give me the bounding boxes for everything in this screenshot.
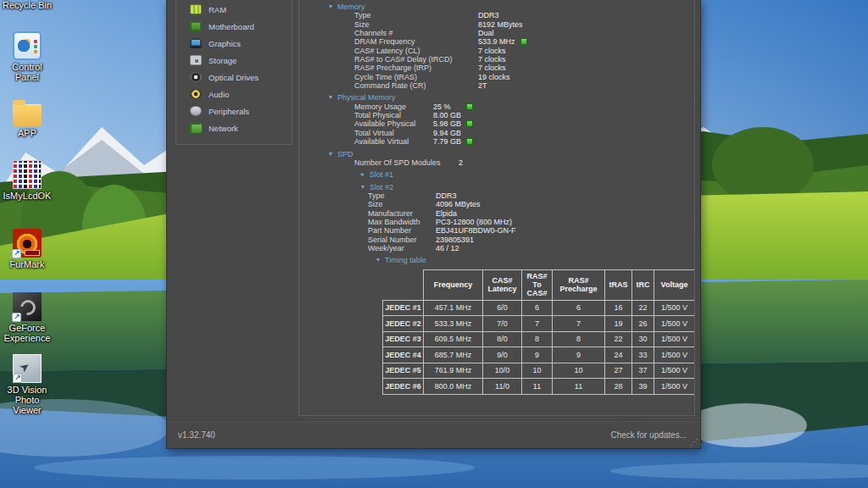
sidebar-item-storage[interactable]: Storage — [176, 52, 292, 69]
sidebar-item-label: Network — [209, 124, 238, 133]
property-label: Part Number — [368, 226, 411, 235]
timing-cell: 26 — [632, 316, 654, 332]
property-value: 4096 MBytes — [436, 200, 481, 208]
property-value: 239805391 — [436, 236, 474, 244]
sidebar-item-label: RAM — [209, 5, 226, 14]
status-led-icon — [520, 38, 527, 45]
property-label: Type — [354, 11, 371, 19]
geforce-icon: ↗ — [13, 292, 42, 321]
desktop: Recycle Bin Control Panel APP Is — [0, 0, 868, 488]
property-label: Type — [368, 191, 385, 200]
property-row: Type DDR3 — [299, 11, 694, 19]
timing-cell: 8/0 — [483, 331, 522, 347]
timing-cell: 1/500 V — [654, 363, 695, 379]
timing-table-header-cell: tRAS — [605, 269, 632, 300]
timing-cell: 8 — [553, 331, 605, 347]
sidebar-item-peripherals[interactable]: Peripherals — [176, 103, 292, 119]
property-label: Serial Number — [368, 236, 417, 244]
timing-table-row: JEDEC #6 800.0 MHz 11/0 11 11 28 39 1/50… — [383, 379, 695, 395]
timing-cell: 7 — [553, 316, 605, 332]
section-header-slot-2[interactable]: ▾ Slot #2 — [299, 183, 694, 191]
sidebar-item-label: Storage — [209, 56, 236, 65]
sidebar-item-label: Optical Drives — [209, 73, 259, 82]
sidebar-item-motherboard[interactable]: Motherboard — [176, 18, 292, 35]
timing-cell: 685.7 MHz — [424, 347, 483, 363]
timing-cell: 761.9 MHz — [424, 363, 483, 379]
property-row: Part Number EBJ41UF8BDW0-GN-F — [299, 226, 694, 235]
status-led-icon — [466, 120, 473, 127]
status-led-icon — [466, 138, 473, 145]
section-header-memory[interactable]: ▾ Memory — [299, 3, 694, 11]
property-value: DDR3 — [436, 191, 457, 200]
memory-section: Type DDR3 Size 8192 MBytes Channels # Du… — [299, 11, 694, 90]
property-value: Dual — [478, 29, 494, 37]
resize-grip-icon[interactable]: ⋰ — [690, 438, 698, 446]
property-row: CAS# Latency (CL) 7 clocks — [299, 47, 694, 55]
timing-cell: 16 — [605, 300, 632, 316]
timing-cell: 11 — [553, 379, 605, 395]
timing-cell: 24 — [605, 347, 632, 363]
property-value: 7.79 GB — [433, 137, 461, 146]
timing-table-header-cell: tRC — [632, 269, 654, 300]
sidebar-item-audio[interactable]: Audio — [176, 86, 292, 103]
check-for-updates-link[interactable]: Check for updates... — [611, 430, 687, 440]
property-row: Total Physical 8.00 GB — [299, 111, 694, 119]
timing-cell: 1/500 V — [654, 300, 695, 316]
desktop-icon-ismylcdok[interactable]: IsMyLcdOK — [0, 160, 54, 201]
timing-cell: 800.0 MHz — [424, 379, 483, 395]
collapse-arrow-icon: ▾ — [376, 256, 380, 264]
property-row: Serial Number 239805391 — [299, 236, 694, 244]
property-row: Cycle Time (tRAS) 19 clocks — [299, 73, 694, 81]
section-header-spd[interactable]: ▾ SPD — [299, 150, 694, 158]
timing-cell: 11 — [522, 379, 553, 395]
property-label: Channels # — [354, 29, 393, 37]
property-row: RAS# Precharge (tRP) 7 clocks — [299, 64, 694, 72]
timing-cell: 22 — [632, 300, 654, 316]
timing-cell: 30 — [632, 331, 654, 347]
motherboard-icon — [190, 21, 202, 31]
sidebar-item-graphics[interactable]: Graphics — [176, 35, 292, 52]
property-value: 8.00 GB — [433, 111, 461, 119]
property-value: 2 — [459, 158, 463, 167]
desktop-icon-furmark[interactable]: ↗ FurMark — [0, 229, 54, 269]
section-header-physical-memory[interactable]: ▾ Physical Memory — [299, 93, 694, 102]
desktop-icon-app-folder[interactable]: APP — [0, 97, 54, 138]
desktop-icon-recycle-bin[interactable]: Recycle Bin — [0, 0, 54, 10]
graphics-icon — [190, 38, 202, 48]
sidebar-item-ram[interactable]: RAM — [176, 1, 292, 18]
collapse-arrow-icon: ▾ — [329, 3, 332, 11]
timing-cell: 10/0 — [483, 363, 522, 379]
shortcut-arrow-icon: ↗ — [13, 374, 22, 383]
collapse-arrow-icon: ▾ — [361, 183, 364, 191]
timing-cell: 28 — [605, 379, 632, 395]
property-value: 8192 MBytes — [478, 20, 523, 29]
property-label: Max Bandwidth — [368, 218, 420, 226]
section-header-slot-1[interactable]: ▸ Slot #1 — [299, 170, 694, 179]
property-label: Week/year — [368, 244, 404, 252]
timing-table-header-cell: Frequency — [424, 269, 483, 300]
timing-cell: 6/0 — [483, 300, 522, 316]
property-label: Total Virtual — [354, 129, 394, 137]
property-label: Size — [368, 200, 383, 208]
timing-cell: 39 — [632, 379, 654, 395]
sidebar-item-network[interactable]: Network — [176, 119, 292, 136]
property-row: Command Rate (CR) 2T — [299, 81, 694, 90]
timing-cell: 11/0 — [483, 379, 522, 395]
timing-table-header-cell: RAS# To CAS# — [522, 269, 553, 300]
timing-table-row: JEDEC #5 761.9 MHz 10/0 10 10 27 37 1/50… — [383, 363, 695, 379]
jedec-row-label: JEDEC #2 — [383, 316, 424, 332]
ram-icon — [190, 4, 202, 14]
timing-cell: 10 — [553, 363, 605, 379]
timing-table-header-cell: CAS# Latency — [483, 269, 522, 300]
property-value: 25 % — [433, 103, 451, 111]
sidebar-item-label: Peripherals — [209, 107, 249, 116]
section-header-timing-table[interactable]: ▾ Timing table — [299, 256, 694, 264]
desktop-icon-control-panel[interactable]: Control Panel — [0, 31, 54, 82]
property-row: Memory Usage 25 % — [299, 103, 694, 111]
desktop-icon-geforce-experience[interactable]: ↗ GeForce Experience — [0, 292, 54, 343]
property-value: PC3-12800 (800 MHz) — [436, 218, 512, 226]
desktop-icon-3d-vision-photo-viewer[interactable]: ↗ 3D Vision Photo Viewer — [0, 354, 54, 415]
sidebar-item-optical-drives[interactable]: Optical Drives — [176, 69, 292, 86]
timing-cell: 1/500 V — [654, 347, 695, 363]
jedec-row-label: JEDEC #1 — [383, 300, 424, 316]
